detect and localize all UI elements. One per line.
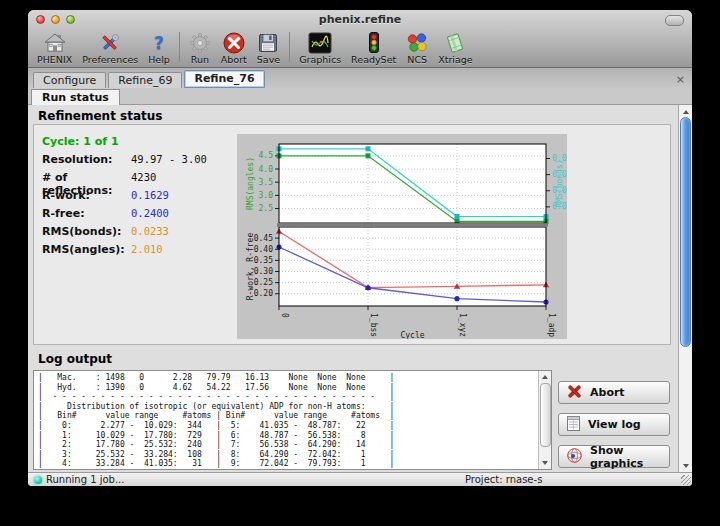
tab-configure[interactable]: Configure	[33, 72, 106, 88]
log-scrollbar[interactable]	[538, 371, 551, 469]
view-log-button[interactable]: View log	[558, 413, 670, 436]
running-indicator-icon	[34, 476, 42, 484]
cycle-value: Cycle: 1 of 1	[42, 135, 119, 148]
abort-button[interactable]: Abort	[558, 381, 670, 404]
toolbar-item-label: Xtriage	[438, 54, 472, 65]
graphics-density-icon	[308, 31, 332, 54]
svg-text:0.35: 0.35	[254, 256, 273, 265]
svg-text:3.5: 3.5	[259, 178, 274, 187]
run-gear-icon	[189, 31, 211, 54]
stat-label: R-work:	[42, 189, 131, 202]
log-line: | 0: 2.277 - 10.029: 344 | 5: 41.035 - 4…	[38, 421, 537, 431]
svg-text:0.45: 0.45	[254, 234, 273, 243]
subtab-run-status[interactable]: Run status	[31, 89, 120, 106]
main-scrollbar-thumb[interactable]	[680, 117, 691, 347]
log-line: | 1: 10.029 - 17.780: 729 | 6: 48.787 - …	[38, 431, 537, 441]
phenix-home-icon	[44, 31, 66, 54]
svg-text:3.0: 3.0	[259, 191, 274, 200]
stat-value: 49.97 - 3.00	[131, 153, 207, 165]
stat-resolution: Resolution: 49.97 - 3.00	[42, 153, 207, 166]
log-line: | Mac. : 1498 0 2.28 79.79 16.13 None No…	[38, 373, 537, 383]
svg-text:R-work, R-free: R-work, R-free	[246, 233, 255, 301]
log-output-area[interactable]: | Mac. : 1498 0 2.28 79.79 16.13 None No…	[33, 370, 552, 470]
tab-close-icon[interactable]: ×	[676, 74, 685, 85]
toolbar-item-label: Graphics	[299, 54, 341, 65]
sub-tab-bar: Run status	[28, 88, 692, 105]
view-log-button-label: View log	[588, 418, 641, 431]
scroll-up-icon[interactable]	[539, 372, 551, 382]
stat-value: 0.1629	[131, 189, 169, 201]
svg-text:0.40: 0.40	[254, 245, 273, 254]
stat-rms-angles: RMS(angles): 2.010	[42, 243, 163, 256]
document-icon	[566, 415, 581, 435]
log-line: | 3: 25.532 - 33.284: 108 | 8: 64.290 - …	[38, 450, 537, 460]
svg-text:1_bss: 1_bss	[369, 313, 378, 337]
svg-text:RMS(bonds): RMS(bonds)	[555, 159, 564, 207]
refinement-status-panel: Cycle: 1 of 1 Resolution: 49.97 - 3.00 #…	[33, 124, 671, 345]
stat-value: 0.2400	[131, 207, 169, 219]
status-bar: Running 1 job... Project: rnase-s	[28, 472, 692, 486]
log-text: | Mac. : 1498 0 2.28 79.79 16.13 None No…	[38, 373, 537, 469]
stat-r-free: R-free: 0.2400	[42, 207, 169, 220]
molecule-mesh-icon	[566, 447, 583, 467]
toolbar-item-label: ReadySet	[351, 54, 396, 65]
toolbar-item-xtriage[interactable]: Xtriage	[433, 30, 477, 65]
toolbar-item-label: Abort	[221, 54, 247, 65]
titlebar[interactable]: phenix.refine	[28, 10, 692, 30]
window-title: phenix.refine	[28, 13, 692, 26]
toolbar-item-help[interactable]: ? Help	[143, 30, 175, 65]
scroll-up-icon[interactable]	[679, 106, 692, 117]
show-graphics-button[interactable]: Show graphics	[558, 445, 670, 468]
toolbar-item-abort[interactable]: Abort	[216, 30, 252, 65]
show-graphics-button-label: Show graphics	[590, 444, 669, 470]
log-line: | Hyd. : 1390 0 4.62 54.22 17.56 None No…	[38, 383, 537, 393]
stat-label: RMS(angles):	[42, 243, 131, 256]
log-scrollbar-thumb[interactable]	[540, 383, 551, 447]
ncs-molecules-icon	[406, 31, 428, 54]
refinement-chart: 2.53.03.54.04.50.0240.0250.0260.027RMS(a…	[237, 134, 567, 339]
status-running-text: Running 1 job...	[46, 474, 124, 485]
stat-rms-bonds: RMS(bonds): 0.0233	[42, 225, 169, 238]
toolbar-item-preferences[interactable]: Preferences	[77, 30, 143, 65]
toolbar-item-label: Run	[191, 54, 209, 65]
phenix-refine-window: phenix.refine PHENIX	[28, 10, 692, 486]
toolbar-item-run[interactable]: Run	[184, 30, 216, 65]
save-floppy-icon	[258, 31, 278, 54]
toolbar-item-phenix[interactable]: PHENIX	[32, 30, 77, 65]
log-line: | - - - - - - - - - - - - - - - - - - - …	[38, 392, 537, 402]
toolbar-item-label: Preferences	[82, 54, 138, 65]
preferences-tools-icon	[99, 31, 121, 54]
toolbar-item-graphics[interactable]: Graphics	[294, 30, 346, 65]
main-scrollbar[interactable]	[678, 105, 692, 472]
abort-x-icon	[566, 383, 583, 403]
toolbar: PHENIX Preferences ? Help	[28, 30, 692, 68]
svg-text:0.25: 0.25	[254, 278, 273, 287]
toolbar-item-readyset[interactable]: ReadySet	[346, 30, 401, 65]
toolbar-item-save[interactable]: Save	[252, 30, 285, 65]
xtriage-crystal-icon	[444, 31, 466, 54]
svg-text:4.5: 4.5	[259, 151, 274, 160]
svg-text:1_xyz: 1_xyz	[458, 313, 467, 337]
stat-value: 0.0233	[131, 225, 169, 237]
svg-text:0: 0	[280, 313, 289, 318]
scroll-down-icon[interactable]	[539, 458, 551, 468]
svg-text:2.5: 2.5	[259, 204, 274, 213]
toolbar-item-label: PHENIX	[37, 54, 72, 65]
stat-label: R-free:	[42, 207, 131, 220]
svg-text:RMS(angles): RMS(angles)	[246, 157, 255, 210]
scroll-down-icon[interactable]	[679, 460, 692, 471]
toolbar-toggle-capsule[interactable]	[665, 15, 684, 26]
tab-refine-69[interactable]: Refine_69	[108, 72, 182, 88]
abort-button-label: Abort	[590, 386, 625, 399]
main-tab-bar: Configure Refine_69 Refine_76 ×	[28, 68, 692, 88]
toolbar-item-label: Save	[257, 54, 280, 65]
refinement-status-heading: Refinement status	[38, 109, 162, 123]
run-status-page: Refinement status Cycle: 1 of 1 Resoluti…	[28, 105, 678, 472]
resize-grip[interactable]	[681, 475, 691, 485]
svg-text:4.0: 4.0	[259, 165, 274, 174]
screenshot-canvas: phenix.refine PHENIX	[0, 0, 720, 526]
tab-refine-76[interactable]: Refine_76	[184, 70, 264, 88]
toolbar-item-label: NCS	[407, 54, 427, 65]
toolbar-item-ncs[interactable]: NCS	[401, 30, 433, 65]
refinement-chart-area: 2.53.03.54.04.50.0240.0250.0260.027RMS(a…	[237, 134, 567, 339]
